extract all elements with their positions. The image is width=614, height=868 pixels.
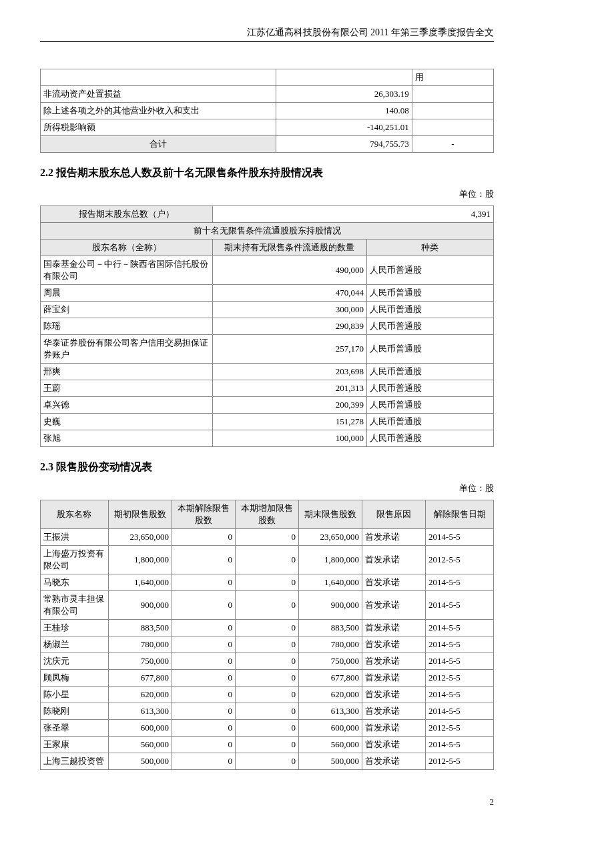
table-nonoperating-items: 用 非流动资产处置损益26,303.19除上述各项之外的其他营业外收入和支出14…	[40, 69, 494, 153]
restricted-date: 2012-5-5	[426, 546, 494, 574]
shareholder-type: 人民币普通股	[366, 430, 493, 447]
shareholder-type: 人民币普通股	[366, 364, 493, 380]
section-2-2-unit: 单位：股	[40, 188, 494, 200]
restricted-reason: 首发承诺	[362, 546, 426, 574]
restricted-added: 0	[235, 620, 298, 636]
restricted-init: 900,000	[108, 591, 172, 620]
restricted-init: 1,800,000	[108, 546, 172, 574]
shareholder-shares: 300,000	[213, 302, 367, 318]
restricted-init: 883,500	[108, 620, 172, 636]
restricted-reason: 首发承诺	[362, 653, 426, 670]
restricted-init: 677,800	[108, 670, 172, 687]
restricted-reason: 首发承诺	[362, 687, 426, 703]
restricted-released: 0	[172, 546, 235, 574]
section-2-3-title: 2.3 限售股份变动情况表	[40, 460, 494, 474]
table-row: 周晨470,044人民币普通股	[41, 285, 494, 302]
restricted-reason: 首发承诺	[362, 529, 426, 546]
table-row: 卓兴德200,399人民币普通股	[41, 397, 494, 414]
restricted-name: 张圣翠	[41, 720, 109, 737]
restricted-added: 0	[235, 687, 298, 703]
shareholder-type: 人民币普通股	[366, 414, 493, 430]
restricted-released: 0	[172, 653, 235, 670]
table-row: 王蔚201,313人民币普通股	[41, 380, 494, 397]
restricted-date: 2014-5-5	[426, 653, 494, 670]
restricted-released: 0	[172, 737, 235, 753]
table-row: 杨淑兰780,00000780,000首发承诺2014-5-5	[41, 636, 494, 653]
restricted-end: 1,800,000	[298, 546, 362, 574]
shareholders-total-value: 4,391	[213, 206, 494, 223]
restricted-name: 陈晓刚	[41, 703, 109, 720]
item-note	[412, 103, 493, 119]
restricted-released: 0	[172, 720, 235, 737]
restricted-end: 500,000	[298, 753, 362, 770]
restricted-released: 0	[172, 574, 235, 591]
shareholder-shares: 290,839	[213, 318, 367, 335]
table-row: 陈晓刚613,30000613,300首发承诺2014-5-5	[41, 703, 494, 720]
restricted-name: 陈小星	[41, 687, 109, 703]
restricted-date: 2012-5-5	[426, 753, 494, 770]
shareholder-name: 邢爽	[41, 364, 213, 380]
restricted-added: 0	[235, 636, 298, 653]
restricted-added: 0	[235, 670, 298, 687]
restricted-reason: 首发承诺	[362, 720, 426, 737]
table-row: 上海三越投资管500,00000500,000首发承诺2012-5-5	[41, 753, 494, 770]
shareholder-shares: 257,170	[213, 335, 367, 364]
restricted-init: 500,000	[108, 753, 172, 770]
shareholder-type: 人民币普通股	[366, 285, 493, 302]
restricted-init: 750,000	[108, 653, 172, 670]
restricted-end: 883,500	[298, 620, 362, 636]
shareholders-col-name: 股东名称（全称）	[41, 240, 213, 256]
shareholder-name: 张旭	[41, 430, 213, 447]
table1-head-blank2	[276, 69, 412, 86]
restricted-init: 620,000	[108, 687, 172, 703]
restricted-init: 613,300	[108, 703, 172, 720]
table-row: 国泰基金公司－中行－陕西省国际信托股份有限公司490,000人民币普通股	[41, 256, 494, 285]
restricted-date: 2014-5-5	[426, 529, 494, 546]
restricted-date: 2014-5-5	[426, 620, 494, 636]
shareholder-name: 周晨	[41, 285, 213, 302]
restricted-date: 2014-5-5	[426, 737, 494, 753]
shareholder-shares: 201,313	[213, 380, 367, 397]
restricted-reason: 首发承诺	[362, 670, 426, 687]
shareholder-name: 王蔚	[41, 380, 213, 397]
restricted-date: 2014-5-5	[426, 687, 494, 703]
table-row: 薛宝剑300,000人民币普通股	[41, 302, 494, 318]
restricted-released: 0	[172, 703, 235, 720]
restricted-date: 2012-5-5	[426, 670, 494, 687]
restricted-end: 677,800	[298, 670, 362, 687]
table-row: 上海盛万投资有限公司1,800,000001,800,000首发承诺2012-5…	[41, 546, 494, 574]
table-row: 史巍151,278人民币普通股	[41, 414, 494, 430]
table-row: 王桂珍883,50000883,500首发承诺2014-5-5	[41, 620, 494, 636]
t3-col-init: 期初限售股数	[108, 500, 172, 529]
shareholders-total-label: 报告期末股东总数（户）	[41, 206, 213, 223]
shareholder-name: 薛宝剑	[41, 302, 213, 318]
table-row: 王家康560,00000560,000首发承诺2014-5-5	[41, 737, 494, 753]
table-row: 沈庆元750,00000750,000首发承诺2014-5-5	[41, 653, 494, 670]
restricted-end: 600,000	[298, 720, 362, 737]
restricted-added: 0	[235, 753, 298, 770]
shareholder-name: 史巍	[41, 414, 213, 430]
restricted-name: 王桂珍	[41, 620, 109, 636]
restricted-init: 560,000	[108, 737, 172, 753]
restricted-added: 0	[235, 720, 298, 737]
restricted-name: 上海盛万投资有限公司	[41, 546, 109, 574]
shareholder-type: 人民币普通股	[366, 318, 493, 335]
shareholder-type: 人民币普通股	[366, 397, 493, 414]
restricted-name: 王振洪	[41, 529, 109, 546]
shareholder-name: 国泰基金公司－中行－陕西省国际信托股份有限公司	[41, 256, 213, 285]
restricted-added: 0	[235, 546, 298, 574]
t3-col-reason: 限售原因	[362, 500, 426, 529]
shareholder-shares: 151,278	[213, 414, 367, 430]
shareholder-shares: 470,044	[213, 285, 367, 302]
shareholder-type: 人民币普通股	[366, 302, 493, 318]
restricted-reason: 首发承诺	[362, 737, 426, 753]
shareholders-col-shares: 期末持有无限售条件流通股的数量	[213, 240, 367, 256]
table-row: 张圣翠600,00000600,000首发承诺2012-5-5	[41, 720, 494, 737]
restricted-name: 常熟市灵丰担保有限公司	[41, 591, 109, 620]
shareholders-subheader: 前十名无限售条件流通股股东持股情况	[41, 223, 494, 240]
shareholder-name: 华泰证券股份有限公司客户信用交易担保证券账户	[41, 335, 213, 364]
shareholder-name: 陈瑶	[41, 318, 213, 335]
restricted-released: 0	[172, 529, 235, 546]
table-row: 陈瑶290,839人民币普通股	[41, 318, 494, 335]
item-amount: -140,251.01	[276, 119, 412, 136]
